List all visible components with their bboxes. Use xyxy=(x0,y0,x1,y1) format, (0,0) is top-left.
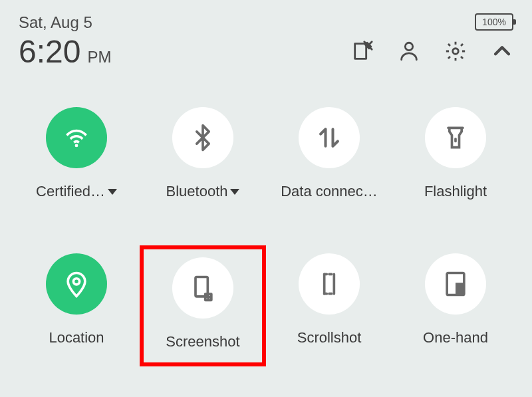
data-icon xyxy=(299,107,360,168)
svg-point-4 xyxy=(73,279,79,285)
tile-label-row: Flashlight xyxy=(424,183,487,200)
tile-label: Certified… xyxy=(36,183,105,200)
tile-label-row: Data connec… xyxy=(281,183,378,200)
svg-point-1 xyxy=(453,49,459,55)
tile-location[interactable]: Location xyxy=(13,245,140,366)
tile-label-row: Location xyxy=(49,329,104,346)
tile-label-row: One-hand xyxy=(423,329,488,346)
tile-wifi[interactable]: Certified… xyxy=(13,99,140,212)
battery-tip xyxy=(513,19,516,25)
tile-label: Scrollshot xyxy=(297,329,362,346)
flashlight-icon xyxy=(425,107,486,168)
datetime-block: Sat, Aug 5 6:20 PM xyxy=(19,13,111,70)
tile-label-row: Bluetooth xyxy=(166,183,240,200)
bluetooth-icon xyxy=(172,107,233,168)
chevron-down-icon[interactable] xyxy=(108,189,117,195)
tile-scrollshot[interactable]: Scrollshot xyxy=(266,245,392,366)
tile-label-row: Scrollshot xyxy=(297,329,362,346)
tile-label: Location xyxy=(49,329,104,346)
tile-label: Bluetooth xyxy=(166,183,228,200)
tile-flashlight[interactable]: Flashlight xyxy=(392,99,519,212)
scrollshot-icon xyxy=(299,253,360,315)
tile-label: Data connec… xyxy=(281,183,378,200)
ampm-text: PM xyxy=(87,48,111,66)
svg-point-2 xyxy=(75,144,78,148)
tile-label-row: Certified… xyxy=(36,183,117,200)
battery-body: 100% xyxy=(475,13,513,31)
time-text: 6:20 xyxy=(19,33,80,70)
tile-bluetooth[interactable]: Bluetooth xyxy=(140,99,266,212)
onehand-icon xyxy=(425,253,486,315)
screenshot-icon xyxy=(172,257,233,319)
battery-percent: 100% xyxy=(482,17,506,27)
top-actions xyxy=(351,40,513,65)
tile-onehand[interactable]: One-hand xyxy=(392,245,519,366)
time-row: 6:20 PM xyxy=(19,33,111,70)
profile-icon[interactable] xyxy=(398,40,420,65)
tile-data[interactable]: Data connec… xyxy=(266,99,392,212)
tile-screenshot[interactable]: Screenshot xyxy=(140,245,266,366)
collapse-icon[interactable] xyxy=(491,40,513,65)
battery-indicator: 100% xyxy=(475,13,513,31)
status-bar: Sat, Aug 5 6:20 PM xyxy=(0,0,532,70)
edit-icon[interactable] xyxy=(351,40,374,65)
tile-label-row: Screenshot xyxy=(166,333,239,350)
tile-label: One-hand xyxy=(423,329,488,346)
date-text: Sat, Aug 5 xyxy=(19,13,111,32)
settings-icon[interactable] xyxy=(444,40,467,65)
wifi-icon xyxy=(46,107,107,168)
chevron-down-icon[interactable] xyxy=(230,189,239,195)
svg-point-0 xyxy=(405,43,412,50)
tile-label: Screenshot xyxy=(166,333,239,350)
quick-tiles-grid: Certified… Bluetooth Data connec… xyxy=(0,99,532,366)
tile-label: Flashlight xyxy=(424,183,487,200)
location-icon xyxy=(46,253,107,315)
svg-rect-7 xyxy=(456,283,464,295)
